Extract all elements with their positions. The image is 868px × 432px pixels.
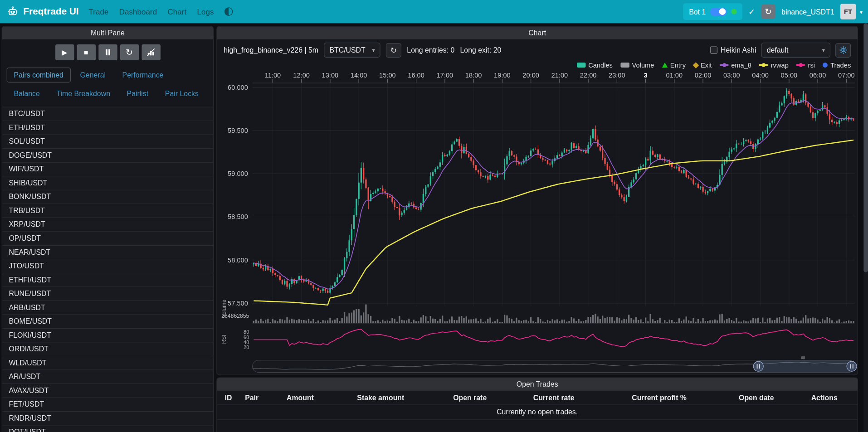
svg-text:40: 40	[244, 340, 249, 345]
long-exits-label: Long exit: 20	[460, 46, 502, 54]
pair-row[interactable]: TRB/USDT	[2, 204, 213, 218]
tab-performance[interactable]: Performance	[115, 68, 171, 83]
pair-row[interactable]: XRP/USDT	[2, 218, 213, 232]
pair-row[interactable]: WIF/USDT	[2, 163, 213, 177]
chart-panel: Chart high_frog_binance_v226 | 5m BTC/US…	[216, 26, 858, 375]
stop-button[interactable]: ■	[77, 44, 96, 60]
nav-link-chart[interactable]: Chart	[168, 7, 187, 16]
legend-item-exit[interactable]: Exit	[693, 61, 712, 69]
svg-text:14:00: 14:00	[351, 72, 367, 79]
gear-icon	[839, 46, 847, 54]
column-header: Current profit %	[626, 391, 733, 405]
pair-row[interactable]: FET/USDT	[2, 398, 213, 412]
nav-link-dashboard[interactable]: Dashboard	[119, 7, 157, 16]
svg-text:01:00: 01:00	[666, 72, 683, 79]
play-button[interactable]: ▶	[55, 44, 74, 60]
svg-text:59,000: 59,000	[228, 170, 248, 177]
pair-row[interactable]: RNDR/USDT	[2, 412, 213, 426]
svg-text:02:00: 02:00	[695, 72, 712, 79]
pair-row[interactable]: NEAR/USDT	[2, 246, 213, 260]
user-menu-caret-icon[interactable]: ▾	[860, 9, 863, 15]
datazoom-right-handle[interactable]	[847, 361, 857, 371]
tab-pair-locks[interactable]: Pair Locks	[158, 86, 206, 101]
legend-label: Entry	[670, 61, 686, 69]
pair-row[interactable]: ETH/USDT	[2, 121, 213, 135]
legend-item-volume[interactable]: Volume	[620, 61, 654, 69]
svg-text:3: 3	[644, 72, 648, 79]
pair-row[interactable]: AR/USDT	[2, 370, 213, 384]
column-header: Open date	[733, 391, 806, 405]
strategy-label: high_frog_binance_v226 | 5m	[224, 46, 318, 54]
refresh-button[interactable]: ↻	[120, 44, 139, 60]
svg-text:60,000: 60,000	[228, 84, 248, 91]
pair-row[interactable]: SOL/USDT	[2, 135, 213, 149]
svg-text:05:00: 05:00	[781, 72, 798, 79]
legend-label: rvwap	[771, 61, 789, 69]
legend-item-rvwap[interactable]: rvwap	[759, 61, 789, 69]
legend-item-entry[interactable]: Entry	[662, 61, 686, 69]
legend-label: Exit	[701, 61, 712, 69]
toggle-chart-button[interactable]	[141, 44, 161, 60]
user-avatar[interactable]: FT	[840, 4, 856, 19]
multi-pane-header: Multi Pane	[2, 27, 213, 39]
candlestick-chart[interactable]: 11:0012:0013:0014:0015:0016:0017:0018:00…	[217, 71, 858, 375]
bot-check-icon: ✓	[748, 7, 755, 16]
pane-controls: ▶ ■ ↻	[2, 39, 213, 65]
column-header: Actions	[805, 391, 857, 405]
svg-text:58,500: 58,500	[228, 213, 248, 220]
pair-row[interactable]: JTO/USDT	[2, 260, 213, 274]
pair-row[interactable]: AVAX/USDT	[2, 384, 213, 398]
heikin-ashi-checkbox[interactable]	[710, 47, 717, 54]
scrollbar-thumb[interactable]	[863, 23, 868, 272]
entry-marker-icon	[662, 63, 668, 68]
pair-row[interactable]: BTC/USDT	[2, 107, 213, 121]
tab-pairlist[interactable]: Pairlist	[120, 86, 156, 101]
pair-select-value: BTC/USDT	[329, 46, 365, 54]
pause-button[interactable]	[98, 44, 117, 60]
tab-balance[interactable]: Balance	[7, 86, 47, 101]
tab-time-breakdown[interactable]: Time Breakdown	[49, 86, 117, 101]
bot-toggle-switch[interactable]	[710, 7, 727, 15]
bot-selector[interactable]: Bot 1	[683, 3, 742, 20]
tab-pairs-combined[interactable]: Pairs combined	[7, 68, 71, 83]
svg-text:03:00: 03:00	[723, 72, 740, 79]
refresh-chart-button[interactable]: ↻	[386, 43, 401, 58]
pair-select[interactable]: BTC/USDT ▾	[324, 43, 380, 58]
legend-item-rsi[interactable]: rsi	[796, 61, 815, 69]
empty-trades-message: Currently no open trades.	[217, 405, 858, 420]
reload-bot-button[interactable]: ↻	[761, 5, 775, 19]
datazoom-left-handle[interactable]	[753, 361, 763, 371]
nav-link-trade[interactable]: Trade	[88, 7, 108, 16]
svg-text:06:00: 06:00	[809, 72, 826, 79]
tab-general[interactable]: General	[73, 68, 113, 83]
nav-link-logs[interactable]: Logs	[197, 7, 214, 16]
pair-row[interactable]: BOME/USDT	[2, 315, 213, 329]
svg-text:18:00: 18:00	[465, 72, 482, 79]
pair-row[interactable]: OP/USDT	[2, 232, 213, 246]
column-header: Pair	[239, 391, 281, 405]
pair-row[interactable]: DOT/USDT	[2, 426, 213, 432]
pair-row[interactable]: ETHFI/USDT	[2, 273, 213, 287]
svg-text:11:00: 11:00	[265, 72, 281, 79]
page-scrollbar[interactable]	[863, 23, 868, 432]
theme-toggle-icon[interactable]	[224, 7, 234, 16]
pair-row[interactable]: BONK/USDT	[2, 190, 213, 204]
pairs-tabs: Pairs combinedGeneralPerformanceBalanceT…	[2, 65, 213, 107]
pair-row[interactable]: SHIB/USDT	[2, 176, 213, 190]
pair-row[interactable]: WLD/USDT	[2, 356, 213, 370]
legend-item-trades[interactable]: Trades	[823, 61, 851, 69]
pair-row[interactable]: RUNE/USDT	[2, 287, 213, 301]
svg-text:20: 20	[244, 345, 249, 350]
app-title: Freqtrade UI	[23, 6, 78, 17]
legend-item-candles[interactable]: Candles	[576, 61, 612, 69]
plot-settings-button[interactable]	[835, 43, 851, 58]
pair-row[interactable]: ARB/USDT	[2, 301, 213, 315]
svg-text:Volume: Volume	[221, 300, 227, 318]
pair-row[interactable]: ORDI/USDT	[2, 343, 213, 357]
pair-row[interactable]: DOGE/USDT	[2, 149, 213, 163]
plot-config-select[interactable]: default ▾	[761, 43, 830, 58]
pair-row[interactable]: FLOKI/USDT	[2, 329, 213, 343]
ema_8-marker-icon	[720, 64, 729, 66]
chart-area[interactable]: 11:0012:0013:0014:0015:0016:0017:0018:00…	[217, 71, 858, 375]
legend-item-ema_8[interactable]: ema_8	[720, 61, 751, 69]
